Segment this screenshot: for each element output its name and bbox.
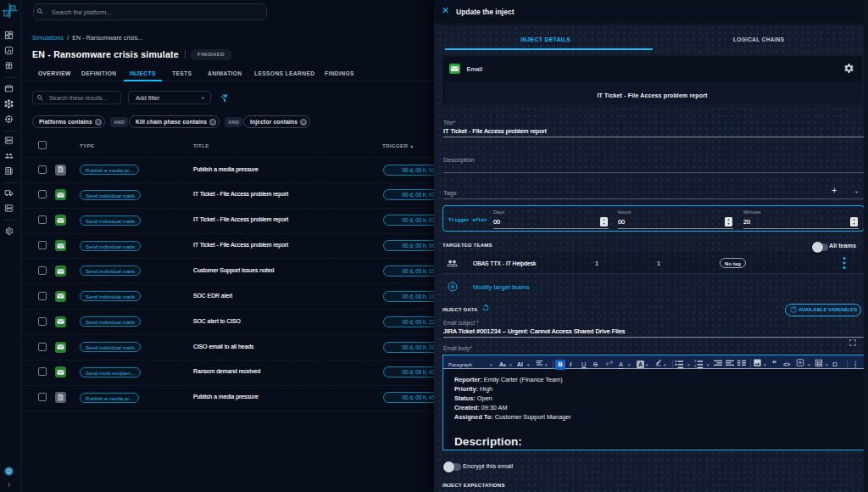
svg-text:1: 1 <box>694 359 697 363</box>
svg-text:2: 2 <box>694 363 697 367</box>
